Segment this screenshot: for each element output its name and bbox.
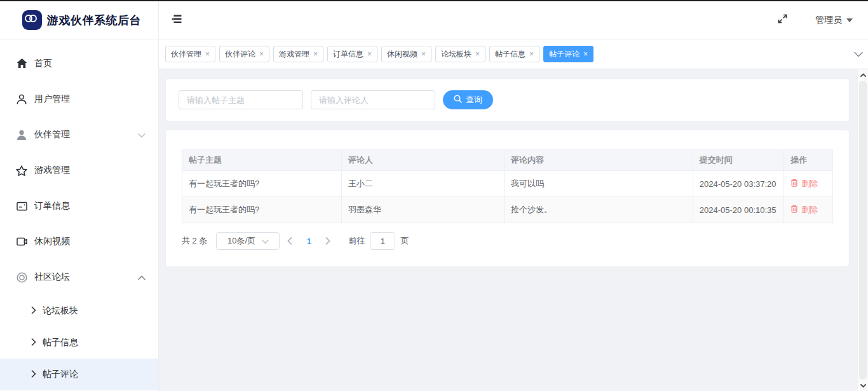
tab-partner-manage[interactable]: 伙伴管理× xyxy=(165,46,215,62)
chevron-right-icon xyxy=(31,306,36,316)
tab-post-info[interactable]: 帖子信息× xyxy=(489,46,539,62)
sidebar-subitem-post-comments[interactable]: 帖子评论 xyxy=(0,359,158,390)
sidebar-item-games[interactable]: 游戏管理 xyxy=(0,153,158,188)
tabs-overflow-button[interactable] xyxy=(854,39,863,69)
sidebar-item-videos[interactable]: 休闲视频 xyxy=(0,224,158,259)
scroll-up-icon[interactable] xyxy=(858,70,868,80)
scrollbar-thumb[interactable] xyxy=(859,81,867,380)
sidebar-item-label: 用户管理 xyxy=(34,93,146,105)
top-nav: 管理员 xyxy=(159,1,868,39)
sidebar-subitem-forum-boards[interactable]: 论坛板块 xyxy=(0,295,158,327)
table-row: 有一起玩王者的吗? 羽墨森华 抢个沙发。 2024-05-20 00:10:35 xyxy=(182,197,833,223)
trash-icon xyxy=(790,179,798,189)
sidebar-subitem-label: 帖子评论 xyxy=(43,369,78,380)
tab-order-info[interactable]: 订单信息× xyxy=(327,46,377,62)
chevron-up-icon xyxy=(138,272,146,282)
sidebar-item-label: 社区论坛 xyxy=(34,271,138,283)
chevron-down-icon xyxy=(262,237,269,246)
pagination: 共 2 条 10条/页 1 前往 xyxy=(182,232,833,250)
chevron-right-icon xyxy=(31,338,36,348)
col-commenter: 评论人 xyxy=(341,150,504,171)
sidebar-item-label: 游戏管理 xyxy=(34,165,146,176)
sidebar-item-label: 订单信息 xyxy=(34,200,146,212)
app-title: 游戏伙伴系统后台 xyxy=(47,13,141,28)
hamburger-icon xyxy=(172,15,182,26)
sidebar-subitem-label: 论坛板块 xyxy=(43,305,78,317)
cell-content: 抢个沙发。 xyxy=(504,197,693,223)
tab-forum-boards[interactable]: 论坛板块× xyxy=(435,46,485,62)
forum-icon xyxy=(16,272,27,283)
sidebar: 首页 用户管理 伙伴管理 游戏管理 xyxy=(0,39,159,391)
chevron-down-icon xyxy=(138,130,146,140)
user-icon xyxy=(16,94,27,105)
chevron-right-icon xyxy=(31,369,36,380)
partner-icon xyxy=(16,130,27,141)
close-icon[interactable]: × xyxy=(367,50,372,58)
tag-tab-bar: 伙伴管理× 伙伴评论× 游戏管理× 订单信息× 休闲视频× 论坛板块× 帖子信息… xyxy=(159,39,868,69)
col-content: 评论内容 xyxy=(504,150,693,171)
page-number[interactable]: 1 xyxy=(300,237,318,246)
commenter-input[interactable] xyxy=(311,90,435,109)
cell-time: 2024-05-20 03:37:20 xyxy=(693,171,783,197)
close-icon[interactable]: × xyxy=(259,50,264,58)
close-icon[interactable]: × xyxy=(205,50,210,58)
star-icon xyxy=(16,165,27,176)
query-button[interactable]: 查询 xyxy=(443,90,493,109)
content-area: 查询 帖子主题 评论人 评论内容 提交时间 操作 xyxy=(159,69,868,391)
main-area: 伙伴管理× 伙伴评论× 游戏管理× 订单信息× 休闲视频× 论坛板块× 帖子信息… xyxy=(159,39,868,391)
delete-button[interactable]: 删除 xyxy=(790,204,818,216)
tab-partner-comments[interactable]: 伙伴评论× xyxy=(219,46,269,62)
sidebar-item-partners[interactable]: 伙伴管理 xyxy=(0,117,158,153)
fullscreen-icon xyxy=(778,14,787,26)
trash-icon xyxy=(790,205,798,215)
order-icon xyxy=(16,202,27,211)
sidebar-toggle-button[interactable] xyxy=(172,15,182,26)
comments-table: 帖子主题 评论人 评论内容 提交时间 操作 有一起玩王者的吗? 王小二 我可以吗 xyxy=(182,149,833,223)
cell-time: 2024-05-20 00:10:35 xyxy=(693,197,783,223)
post-topic-input[interactable] xyxy=(179,90,303,109)
sidebar-item-users[interactable]: 用户管理 xyxy=(0,81,158,117)
col-time: 提交时间 xyxy=(693,150,783,171)
search-panel: 查询 xyxy=(165,78,850,121)
sidebar-subitem-label: 帖子信息 xyxy=(43,337,78,348)
goto-page-input[interactable] xyxy=(370,232,395,250)
delete-button[interactable]: 删除 xyxy=(790,178,818,189)
sidebar-item-label: 休闲视频 xyxy=(34,236,146,247)
cell-topic: 有一起玩王者的吗? xyxy=(182,197,342,223)
cell-commenter: 羽墨森华 xyxy=(341,197,504,223)
goto-label: 前往 xyxy=(348,235,365,247)
user-menu[interactable]: 管理员 xyxy=(815,15,853,26)
prev-page-button[interactable] xyxy=(280,237,300,245)
close-icon[interactable]: × xyxy=(313,50,318,58)
close-icon[interactable]: × xyxy=(475,50,480,58)
col-actions: 操作 xyxy=(784,150,833,171)
search-icon xyxy=(454,95,462,105)
page-size-select[interactable]: 10条/页 xyxy=(216,232,280,250)
app-header: 游戏伙伴系统后台 管理员 xyxy=(0,1,868,39)
scroll-down-icon[interactable] xyxy=(858,381,868,391)
vertical-scrollbar[interactable] xyxy=(857,69,868,391)
tab-post-comments[interactable]: 帖子评论× xyxy=(543,46,593,62)
caret-down-icon xyxy=(846,18,853,22)
col-post-topic: 帖子主题 xyxy=(182,150,342,171)
user-name: 管理员 xyxy=(815,15,842,26)
logo-area: 游戏伙伴系统后台 xyxy=(0,1,159,39)
close-icon[interactable]: × xyxy=(583,50,588,58)
tab-game-manage[interactable]: 游戏管理× xyxy=(273,46,323,62)
close-icon[interactable]: × xyxy=(421,50,426,58)
app-logo-icon xyxy=(22,10,42,30)
sidebar-item-label: 伙伴管理 xyxy=(34,129,138,141)
tab-leisure-video[interactable]: 休闲视频× xyxy=(381,46,431,62)
cell-content: 我可以吗 xyxy=(504,171,693,197)
sidebar-item-orders[interactable]: 订单信息 xyxy=(0,188,158,224)
fullscreen-button[interactable] xyxy=(778,14,787,26)
comments-table-panel: 帖子主题 评论人 评论内容 提交时间 操作 有一起玩王者的吗? 王小二 我可以吗 xyxy=(165,130,850,267)
table-header-row: 帖子主题 评论人 评论内容 提交时间 操作 xyxy=(182,150,833,171)
next-page-button[interactable] xyxy=(318,237,338,245)
home-icon xyxy=(16,58,27,69)
sidebar-subitem-post-info[interactable]: 帖子信息 xyxy=(0,327,158,359)
sidebar-item-forum[interactable]: 社区论坛 xyxy=(0,259,158,295)
close-icon[interactable]: × xyxy=(529,50,534,58)
sidebar-item-home[interactable]: 首页 xyxy=(0,46,158,81)
page-unit-label: 页 xyxy=(400,235,409,247)
